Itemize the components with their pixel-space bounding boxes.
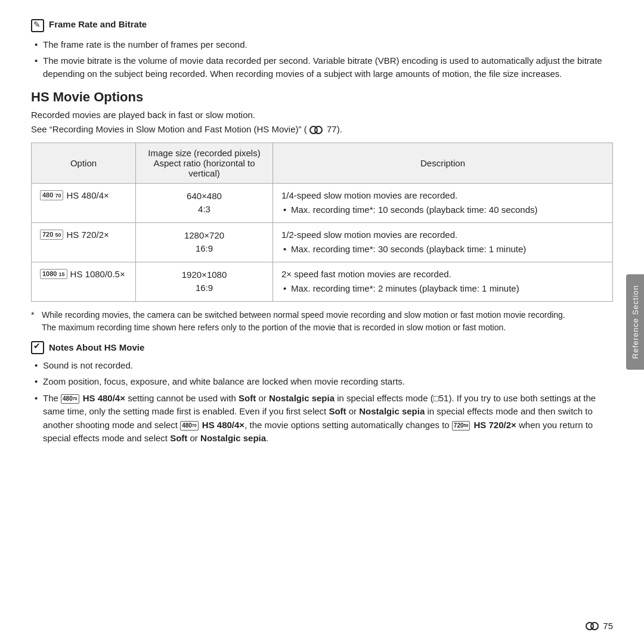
table-header-image: Image size (recorded pixels)Aspect ratio… [136,143,273,183]
desc-cell-3: 2× speed fast motion movies are recorded… [273,262,613,301]
notes-header: Notes About HS Movie [31,341,613,354]
desc-cell-1: 1/4-speed slow motion movies are recorde… [273,183,613,222]
page-number: 75 [586,621,613,631]
notes-hs-section: Notes About HS Movie Sound is not record… [31,341,613,445]
options-table: Option Image size (recorded pixels)Aspec… [31,143,613,302]
aspect-value-3: 16:9 [144,281,264,295]
frame-rate-bullets: The frame rate is the number of frames p… [31,38,613,81]
desc-text-2: 1/2-speed slow motion movies are recorde… [281,228,604,242]
hs-movie-sub2: See “Recording Movies in Slow Motion and… [31,123,613,137]
notes-item-3: The 48070 HS 480/4× setting cannot be us… [31,392,613,445]
notes-item-2: Zoom position, focus, exposure, and whit… [31,375,613,389]
imagesize-value-3: 1920×1080 [144,268,264,282]
page: Frame Rate and Bitrate The frame rate is… [0,0,644,644]
badge-main: 480 [42,191,53,199]
desc-cell-2: 1/2-speed slow motion movies are recorde… [273,222,613,262]
frame-rate-section: Frame Rate and Bitrate [31,19,613,32]
desc-text-1: 1/4-speed slow motion movies are recorde… [281,189,604,203]
notes-list: Sound is not recorded. Zoom position, fo… [31,359,613,445]
badge-main: 720 [42,231,53,238]
imagesize-value-2: 1280×720 [144,229,264,243]
desc-bullets-1: Max. recording time*: 10 seconds (playba… [281,203,604,217]
option-cell-2: 720 50 HS 720/2× [32,222,136,262]
footnote-text: While recording movies, the camera can b… [42,310,565,332]
hs-movie-sub1: Recorded movies are played back in fast … [31,109,613,122]
inline-badge-480b: 48070 [180,421,198,431]
table-row: 480 70 HS 480/4× 640×480 4:3 1/4-speed s… [32,183,613,222]
notes-title: Notes About HS Movie [49,342,144,352]
hs-movie-heading: HS Movie Options [31,89,613,105]
inline-badge-720: 72050 [452,421,470,431]
desc-bullets-3: Max. recording time*: 2 minutes (playbac… [281,282,604,296]
imagesize-cell-1: 640×480 4:3 [136,183,273,222]
sidebar-tab: Reference Section [626,274,644,370]
hs-movie-sub2-suffix: 77). [327,124,342,134]
imagesize-cell-2: 1280×720 16:9 [136,222,273,262]
frame-rate-bullet-2: The movie bitrate is the volume of movie… [31,54,613,81]
aspect-value-2: 16:9 [144,242,264,256]
imagesize-value-1: 640×480 [144,190,264,203]
hs-label-2: 720 50 HS 720/2× [40,228,127,242]
table-header-option: Option [32,143,136,183]
hs-movie-sub2-text: See “Recording Movies in Slow Motion and… [31,124,307,134]
pencil-icon [31,19,44,32]
badge-sub: 15 [59,271,65,277]
frame-rate-bullet-1: The frame rate is the number of frames p… [31,38,613,52]
footnote-star: * [31,309,34,321]
table-row: 720 50 HS 720/2× 1280×720 16:9 1/2-speed… [32,222,613,262]
aspect-value-1: 4:3 [144,203,264,216]
desc-bullets-2: Max. recording time*: 30 seconds (playba… [281,243,604,256]
desc-bullet-3-0: Max. recording time*: 2 minutes (playbac… [281,282,604,296]
imagesize-cell-3: 1920×1080 16:9 [136,262,273,301]
hs-badge-720: 720 50 [40,230,63,240]
hs-badge-480: 480 70 [40,190,63,200]
notes-item-1: Sound is not recorded. [31,359,613,373]
hs-badge-1080: 1080 15 [40,269,67,279]
hs-option-label-2: HS 720/2× [66,228,109,242]
checkmark-icon [31,341,44,354]
option-cell-3: 1080 15 HS 1080/0.5× [32,262,136,301]
footnote: * While recording movies, the camera can… [31,309,613,334]
badge-main: 1080 [42,270,57,277]
badge-sub: 50 [55,232,61,238]
desc-bullet-2-0: Max. recording time*: 30 seconds (playba… [281,243,604,256]
link-icon [309,125,324,135]
page-circles-icon [586,621,600,631]
table-row: 1080 15 HS 1080/0.5× 1920×1080 16:9 2× s… [32,262,613,301]
badge-sub: 70 [55,193,61,199]
option-cell-1: 480 70 HS 480/4× [32,183,136,222]
hs-option-label-3: HS 1080/0.5× [70,268,125,281]
sidebar-label: Reference Section [631,285,640,359]
inline-badge-480: 48070 [61,394,79,404]
frame-rate-title: Frame Rate and Bitrate [49,19,147,29]
page-number-value: 75 [603,621,613,631]
hs-option-label-1: HS 480/4× [66,189,109,203]
hs-label-3: 1080 15 HS 1080/0.5× [40,268,127,281]
hs-label-1: 480 70 HS 480/4× [40,189,127,203]
table-header-desc: Description [273,143,613,183]
desc-text-3: 2× speed fast motion movies are recorded… [281,268,604,281]
desc-bullet-1-0: Max. recording time*: 10 seconds (playba… [281,203,604,217]
